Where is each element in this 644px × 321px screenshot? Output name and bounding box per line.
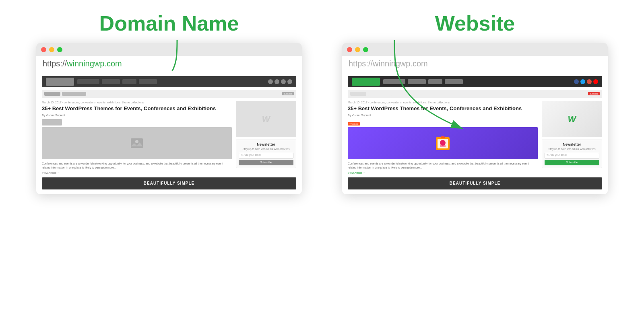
left-article-meta: March 15, 2017 · conferences, convention… xyxy=(42,101,232,104)
left-sidebar-logo: W xyxy=(236,101,296,137)
right-site-body: March 15, 2017 · conferences, convention… xyxy=(348,101,602,174)
left-newsletter-title: Newsletter xyxy=(239,142,293,146)
left-browser-window: https://winningwp.com xyxy=(36,43,302,194)
left-search-btn: Search xyxy=(282,92,294,95)
left-social xyxy=(268,79,292,84)
right-dot-green xyxy=(363,47,368,52)
right-article-author: By Vishnu Supreet xyxy=(348,114,538,117)
right-url-domain: winningwp.com xyxy=(373,59,428,68)
left-article-title: 35+ Best WordPress Themes for Events, Co… xyxy=(42,105,232,112)
right-browser-titlebar xyxy=(342,43,608,56)
right-newsletter-title: Newsletter xyxy=(545,142,599,146)
right-site-main: March 15, 2017 · conferences, convention… xyxy=(348,101,538,174)
left-url-bar: https://winningwp.com xyxy=(36,56,302,71)
right-image-icon xyxy=(433,133,453,153)
left-newsletter-sub: Stay up to date with all our web activit… xyxy=(239,148,293,151)
left-url-domain: winningwp.com xyxy=(67,59,122,68)
right-stars xyxy=(350,92,366,96)
right-url-bar: https://winningwp.com xyxy=(342,56,608,71)
left-article-image xyxy=(42,127,232,159)
domain-name-title: Domain Name xyxy=(99,12,239,35)
right-site-nav xyxy=(348,76,602,87)
left-nav-item-1 xyxy=(77,79,99,84)
left-newsletter-btn[interactable]: Subscribe xyxy=(239,160,293,165)
right-url-prefix: https:// xyxy=(349,59,373,68)
left-nav-item-3 xyxy=(122,79,136,84)
right-browser-content: Search March 15, 2017 · conferences, con… xyxy=(342,71,608,194)
right-social-gp xyxy=(587,79,592,84)
left-secondary-bar: Search xyxy=(42,90,296,98)
right-newsletter-input[interactable]: ✉ Add your email xyxy=(545,153,599,158)
left-site-main: March 15, 2017 · conferences, convention… xyxy=(42,101,232,174)
svg-point-6 xyxy=(440,140,446,146)
left-bottom-banner: BEAUTIFULLY SIMPLE xyxy=(42,177,296,189)
svg-rect-8 xyxy=(441,136,445,138)
right-secondary-text xyxy=(368,92,392,96)
right-article-excerpt: Conferences and events are a wonderful n… xyxy=(348,162,538,170)
left-article-excerpt: Conferences and events are a wonderful n… xyxy=(42,162,232,170)
left-site-body: March 15, 2017 · conferences, convention… xyxy=(42,101,296,174)
left-column: Domain Name https://winningwp.com xyxy=(32,12,306,194)
right-social-yt xyxy=(593,79,598,84)
left-social-4 xyxy=(287,79,292,84)
right-social xyxy=(574,79,598,84)
right-nav-item-1 xyxy=(383,79,405,84)
svg-point-2 xyxy=(135,140,138,143)
left-newsletter-box: Newsletter Stay up to date with all our … xyxy=(236,140,296,168)
left-browser-titlebar xyxy=(36,43,302,56)
left-browser-content: Search March 15, 2017 · conferences, con… xyxy=(36,71,302,194)
left-dot-red xyxy=(41,47,46,52)
left-site-nav xyxy=(42,76,296,87)
right-social-fb xyxy=(574,79,579,84)
right-bottom-banner: BEAUTIFULLY SIMPLE xyxy=(348,177,602,189)
right-search-btn[interactable]: Search xyxy=(588,92,600,95)
left-site-sidebar: W Newsletter Stay up to date with all ou… xyxy=(236,101,296,174)
right-article-image xyxy=(348,127,538,159)
left-dot-green xyxy=(57,47,62,52)
right-social-tw xyxy=(580,79,585,84)
right-column: Website https://winningwp.com xyxy=(338,12,612,194)
left-article-author: By Vishnu Supreet xyxy=(42,114,232,117)
right-logo xyxy=(352,78,380,86)
left-nav-item-4 xyxy=(139,79,157,84)
left-newsletter-input[interactable]: ✉ Add your email xyxy=(239,153,293,158)
right-secondary-bar: Search xyxy=(348,90,602,98)
left-logo xyxy=(46,78,74,86)
left-social-3 xyxy=(281,79,286,84)
left-url-prefix: https:// xyxy=(43,59,67,68)
left-themes-badge xyxy=(42,119,62,126)
right-nav-item-3 xyxy=(428,79,442,84)
page-container: Domain Name https://winningwp.com xyxy=(0,0,644,321)
website-title: Website xyxy=(435,12,515,35)
right-dot-yellow xyxy=(355,47,360,52)
right-browser-window: https://winningwp.com xyxy=(342,43,608,194)
left-nav-item-2 xyxy=(102,79,120,84)
right-site-sidebar: W Newsletter Stay up to date with all ou… xyxy=(542,101,602,174)
left-secondary-text xyxy=(62,92,86,96)
right-article-meta: March 15, 2017 · conferences, convention… xyxy=(348,101,538,104)
left-stars xyxy=(44,92,60,96)
right-sidebar-logo: W xyxy=(542,101,602,137)
left-image-icon xyxy=(129,135,145,151)
right-nav-item-4 xyxy=(445,79,463,84)
left-view-article: View Article → xyxy=(42,171,232,174)
right-nav-items xyxy=(383,79,463,84)
right-dot-red xyxy=(347,47,352,52)
svg-rect-7 xyxy=(440,145,446,147)
left-nav-items xyxy=(77,79,157,84)
right-newsletter-box: Newsletter Stay up to date with all our … xyxy=(542,140,602,168)
right-article-title: 35+ Best WordPress Themes for Events, Co… xyxy=(348,105,538,112)
right-newsletter-sub: Stay up to date with all our web activit… xyxy=(545,148,599,151)
right-view-article: View Article → xyxy=(348,171,538,174)
left-dot-yellow xyxy=(49,47,54,52)
right-themes-badge: Themes xyxy=(348,122,360,126)
left-social-2 xyxy=(275,79,279,84)
right-nav-item-2 xyxy=(408,79,426,84)
right-newsletter-btn[interactable]: Subscribe xyxy=(545,160,599,165)
left-social-1 xyxy=(268,79,273,84)
